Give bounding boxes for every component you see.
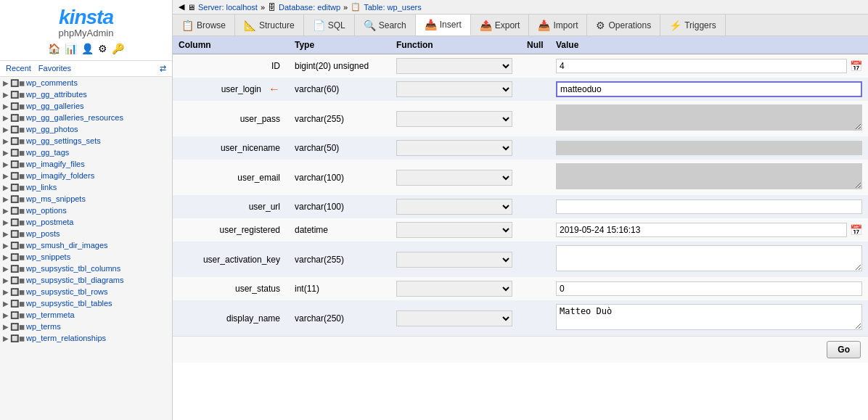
column-function-cell — [390, 78, 521, 101]
calendar-icon[interactable]: 📅 — [850, 224, 862, 236]
sidebar-item-wp_terms[interactable]: ▶🔲◼wp_terms — [0, 321, 172, 332]
column-null-cell — [521, 300, 550, 336]
function-select[interactable] — [396, 170, 512, 186]
sidebar-item-wp_gg_photos[interactable]: ▶🔲◼wp_gg_photos — [0, 123, 172, 135]
function-select[interactable] — [396, 58, 512, 74]
table-row: user_urlvarchar(100) — [173, 195, 868, 218]
sidebar-item-label: wp_postmeta — [26, 218, 73, 226]
table-icons: 🔲◼ — [10, 311, 25, 319]
column-name-text: display_name — [226, 313, 280, 324]
arrow-icon: ▶ — [3, 149, 9, 157]
import-icon: 📥 — [538, 20, 550, 31]
type-text: varchar(100) — [295, 173, 344, 183]
toolbar-btn-browse[interactable]: 📋Browse — [173, 15, 235, 36]
column-type-cell: int(11) — [289, 277, 390, 300]
sidebar-item-wp_snippets[interactable]: ▶🔲◼wp_snippets — [0, 251, 172, 263]
value-textarea[interactable] — [556, 245, 862, 271]
sidebar-item-label: wp_term_relationships — [26, 334, 106, 342]
function-select[interactable] — [396, 111, 512, 127]
sidebar-item-wp_options[interactable]: ▶🔲◼wp_options — [0, 205, 172, 216]
table-icons: 🔲◼ — [10, 125, 25, 133]
go-button[interactable]: Go — [827, 341, 861, 358]
sidebar-item-wp_supsystic_tbl_rows[interactable]: ▶🔲◼wp_supsystic_tbl_rows — [0, 286, 172, 297]
sidebar-item-wp_imagify_files[interactable]: ▶🔲◼wp_imagify_files — [0, 158, 172, 170]
function-select[interactable] — [396, 222, 512, 238]
table-icons: 🔲◼ — [10, 79, 25, 87]
sidebar-item-wp_supsystic_tbl_columns[interactable]: ▶🔲◼wp_supsystic_tbl_columns — [0, 263, 172, 274]
toolbar-btn-operations[interactable]: ⚙Operations — [587, 15, 660, 36]
arrow-icon: ▶ — [3, 172, 9, 180]
kinsta-logo: kinsta — [59, 6, 113, 29]
column-name-cell: display_name — [173, 300, 289, 336]
calendar-icon[interactable]: 📅 — [850, 60, 862, 72]
sidebar-item-wp_links[interactable]: ▶🔲◼wp_links — [0, 181, 172, 193]
function-select[interactable] — [396, 199, 512, 215]
sidebar-item-wp_gg_settings_sets[interactable]: ▶🔲◼wp_gg_settings_sets — [0, 135, 172, 147]
sidebar-item-wp_gg_galleries_resources[interactable]: ▶🔲◼wp_gg_galleries_resources — [0, 112, 172, 123]
sidebar-item-label: wp_gg_settings_sets — [26, 136, 101, 145]
toolbar-btn-structure[interactable]: 📐Structure — [235, 15, 304, 36]
value-textarea[interactable]: Matteo Duò — [556, 304, 862, 330]
column-type-cell: varchar(255) — [289, 101, 390, 136]
value-input[interactable] — [556, 141, 862, 155]
column-name-cell: user_url — [173, 195, 289, 218]
sidebar-item-wp_smush_dir_images[interactable]: ▶🔲◼wp_smush_dir_images — [0, 239, 172, 251]
column-value-cell — [550, 277, 868, 300]
function-select[interactable] — [396, 140, 512, 156]
back-button[interactable]: ◀ — [179, 2, 184, 12]
favorites-link[interactable]: Favorites — [38, 64, 71, 73]
table-icons: 🔲◼ — [10, 114, 25, 122]
toolbar-btn-export[interactable]: 📤Export — [471, 15, 530, 36]
home-icon[interactable]: 🏠 — [48, 43, 60, 54]
expand-icon[interactable]: ⇄ — [160, 64, 166, 73]
column-value-cell: 📅 — [550, 218, 868, 242]
sidebar-item-wp_gg_attributes[interactable]: ▶🔲◼wp_gg_attributes — [0, 88, 172, 100]
sidebar-item-wp_ms_snippets[interactable]: ▶🔲◼wp_ms_snippets — [0, 193, 172, 205]
value-input[interactable] — [556, 223, 847, 237]
function-select[interactable] — [396, 310, 512, 326]
function-select[interactable] — [396, 252, 512, 268]
sidebar-item-wp_term_relationships[interactable]: ▶🔲◼wp_term_relationships — [0, 332, 172, 344]
toolbar-btn-triggers[interactable]: ⚡Triggers — [660, 15, 726, 36]
sidebar-item-wp_supsystic_tbl_diagrams[interactable]: ▶🔲◼wp_supsystic_tbl_diagrams — [0, 274, 172, 286]
function-select[interactable] — [396, 81, 512, 97]
value-input[interactable] — [556, 81, 862, 97]
key-icon[interactable]: 🔑 — [112, 43, 124, 54]
column-name-text: user_activation_key — [203, 255, 280, 265]
sidebar-item-wp_supsystic_tbl_tables[interactable]: ▶🔲◼wp_supsystic_tbl_tables — [0, 297, 172, 309]
table-icons: 🔲◼ — [10, 334, 25, 342]
table-link[interactable]: Table: wp_users — [364, 3, 422, 12]
sidebar-item-wp_posts[interactable]: ▶🔲◼wp_posts — [0, 228, 172, 239]
recent-fav-bar: Recent Favorites ⇄ — [0, 61, 172, 77]
toolbar-btn-import[interactable]: 📥Import — [529, 15, 587, 36]
db-icon[interactable]: 📊 — [65, 43, 77, 54]
column-function-cell — [390, 101, 521, 136]
sidebar-item-wp_gg_galleries[interactable]: ▶🔲◼wp_gg_galleries — [0, 100, 172, 112]
arrow-icon: ▶ — [3, 137, 9, 145]
sidebar-item-label: wp_posts — [26, 229, 60, 238]
sidebar-item-wp_comments[interactable]: ▶🔲◼wp_comments — [0, 77, 172, 88]
sidebar-item-wp_termmeta[interactable]: ▶🔲◼wp_termmeta — [0, 309, 172, 321]
table-row: user_emailvarchar(100) — [173, 160, 868, 195]
sidebar-item-wp_postmeta[interactable]: ▶🔲◼wp_postmeta — [0, 216, 172, 228]
sidebar-item-wp_imagify_folders[interactable]: ▶🔲◼wp_imagify_folders — [0, 170, 172, 181]
server-link[interactable]: Server: localhost — [198, 3, 258, 12]
table-row: user_activation_keyvarchar(255) — [173, 242, 868, 277]
value-textarea[interactable] — [556, 163, 862, 189]
sidebar-item-wp_gg_tags[interactable]: ▶🔲◼wp_gg_tags — [0, 147, 172, 158]
recent-link[interactable]: Recent — [6, 64, 31, 73]
table-icons: 🔲◼ — [10, 102, 25, 110]
column-type-cell: varchar(255) — [289, 242, 390, 277]
settings-icon[interactable]: ⚙ — [98, 43, 107, 54]
database-link[interactable]: Database: editwp — [279, 3, 340, 12]
toolbar-btn-sql[interactable]: 📄SQL — [304, 15, 355, 36]
value-textarea[interactable] — [556, 104, 862, 131]
user-icon[interactable]: 👤 — [81, 43, 94, 54]
value-input[interactable] — [556, 281, 862, 296]
function-select[interactable] — [396, 281, 512, 297]
column-value-cell — [550, 242, 868, 277]
value-input[interactable] — [556, 199, 862, 214]
toolbar-btn-insert[interactable]: 📥Insert — [416, 15, 471, 36]
toolbar-btn-search[interactable]: 🔍Search — [355, 15, 416, 36]
value-input[interactable] — [556, 59, 847, 73]
